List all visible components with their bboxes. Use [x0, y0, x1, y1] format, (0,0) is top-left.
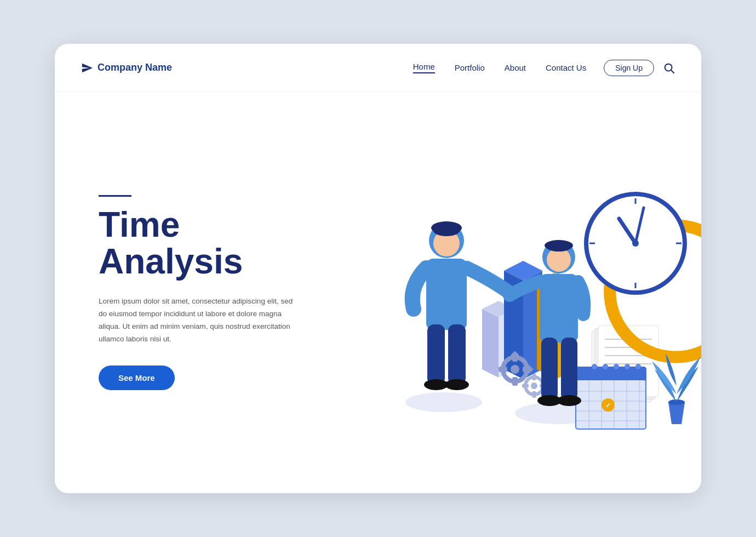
hero-illustration: ✓: [329, 134, 701, 452]
main-description: Lorem ipsum dolor sit amet, consectetur …: [99, 295, 296, 346]
nav-actions: Sign Up: [604, 60, 675, 76]
svg-point-53: [511, 365, 519, 374]
svg-marker-6: [482, 309, 499, 378]
logo[interactable]: Company Name: [81, 62, 172, 74]
svg-point-83: [547, 243, 571, 252]
svg-rect-62: [532, 374, 536, 380]
main-title: Time Analysis: [99, 207, 329, 280]
nav-item-contact[interactable]: Contact Us: [546, 63, 586, 72]
svg-text:✓: ✓: [605, 402, 611, 409]
svg-rect-78: [541, 338, 558, 401]
svg-point-39: [625, 364, 630, 369]
nav-item-portfolio[interactable]: Portfolio: [455, 63, 485, 72]
nav: Home Portfolio About Contact Us: [413, 62, 586, 73]
svg-rect-35: [575, 367, 646, 380]
svg-point-61: [531, 382, 537, 389]
header: Company Name Home Portfolio About Contac…: [55, 44, 701, 92]
calendar: ✓: [575, 364, 646, 430]
svg-rect-69: [427, 324, 445, 385]
search-icon: [663, 62, 675, 74]
svg-rect-55: [512, 377, 518, 386]
main-card: Company Name Home Portfolio About Contac…: [55, 44, 701, 493]
signup-button[interactable]: Sign Up: [604, 60, 654, 76]
svg-point-71: [424, 379, 448, 390]
svg-point-36: [592, 364, 597, 369]
svg-rect-56: [499, 367, 507, 372]
svg-rect-79: [561, 338, 577, 401]
svg-point-37: [603, 364, 608, 369]
svg-point-81: [557, 395, 581, 406]
svg-rect-70: [448, 324, 466, 385]
left-content: Time Analysis Lorem ipsum dolor sit amet…: [99, 195, 329, 390]
svg-line-1: [671, 70, 674, 73]
svg-point-74: [433, 225, 460, 236]
svg-rect-64: [522, 384, 529, 388]
nav-item-about[interactable]: About: [505, 63, 526, 72]
accent-line: [99, 195, 131, 197]
search-button[interactable]: [663, 62, 675, 74]
svg-marker-31: [668, 402, 685, 424]
svg-point-40: [635, 364, 641, 369]
svg-point-2: [405, 392, 482, 412]
nav-item-home[interactable]: Home: [413, 62, 435, 73]
plant: [652, 353, 700, 424]
svg-point-72: [445, 379, 469, 390]
see-more-button[interactable]: See More: [99, 365, 175, 390]
send-icon: [81, 62, 93, 74]
svg-point-38: [614, 364, 619, 369]
illustration: ✓: [329, 114, 701, 471]
main-content: Time Analysis Lorem ipsum dolor sit amet…: [55, 92, 701, 493]
logo-text: Company Name: [98, 62, 172, 73]
svg-rect-63: [532, 391, 536, 398]
